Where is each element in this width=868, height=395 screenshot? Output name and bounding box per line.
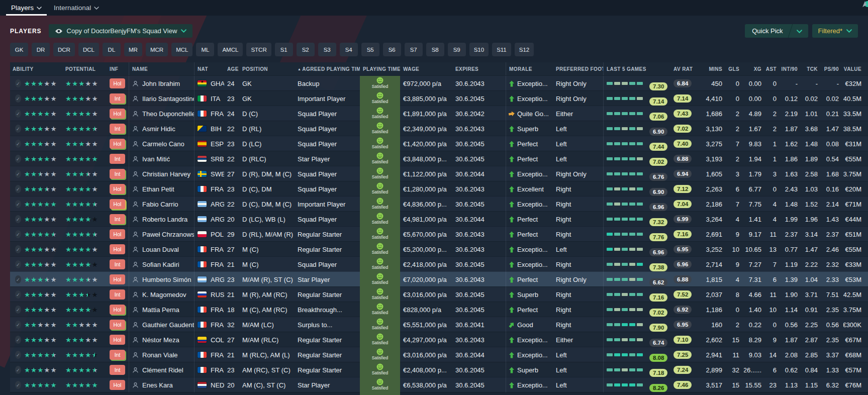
position-filter-dcl[interactable]: DCL (78, 43, 99, 56)
player-row[interactable]: ✓★★★★★★★★★★HolEnes KaraNED20AM (C), ST (… (10, 377, 868, 392)
info-badge[interactable]: Hol (107, 136, 129, 151)
squad-view-selector[interactable]: Copy of DoctorBenjyFM's Squad View (49, 24, 193, 38)
row-select-check-icon[interactable]: ✓ (10, 76, 21, 91)
column-header-av-rat[interactable]: AV RAT (670, 62, 700, 75)
column-header-potential[interactable]: POTENTIAL (62, 62, 107, 75)
player-name[interactable]: Gauthier Gaudenti (129, 317, 194, 332)
column-header-position[interactable]: POSITION (239, 62, 295, 75)
player-name[interactable]: Sofian Kadiri (129, 257, 194, 272)
column-header-tck[interactable]: TCK (802, 62, 822, 75)
row-select-check-icon[interactable]: ✓ (10, 121, 21, 136)
player-name[interactable]: Humberto Simón (129, 272, 194, 287)
row-select-check-icon[interactable]: ✓ (10, 317, 21, 332)
row-select-check-icon[interactable]: ✓ (10, 166, 21, 181)
position-filter-s11[interactable]: S11 (492, 43, 511, 56)
player-row[interactable]: ✓★★★★★★★★★★IntAsmir HidicBIH22D (RL)Squa… (10, 121, 868, 136)
position-filter-mcl[interactable]: MCL (171, 43, 192, 56)
column-header-expires[interactable]: EXPIRES (452, 62, 506, 75)
row-select-check-icon[interactable]: ✓ (10, 242, 21, 257)
column-header-last-5-games[interactable]: LAST 5 GAMES (603, 62, 670, 75)
quick-pick-button[interactable]: Quick Pick (745, 24, 808, 38)
position-filter-s4[interactable]: S4 (340, 43, 358, 56)
position-filter-ml[interactable]: ML (196, 43, 214, 56)
position-filter-amcl[interactable]: AMCL (218, 43, 243, 56)
player-name[interactable]: Clément Ridel (129, 362, 194, 377)
column-header-ability[interactable]: ABILITY (10, 62, 62, 75)
player-row[interactable]: ✓★★★★★★★★★★HolHumberto SimónARG23M/AM (R… (10, 271, 868, 286)
position-filter-dr[interactable]: DR (32, 43, 50, 56)
column-header-wage[interactable]: WAGE (400, 62, 452, 75)
info-badge[interactable]: Int (107, 166, 129, 181)
column-header-name[interactable]: NAME (129, 62, 194, 75)
position-filter-s8[interactable]: S8 (426, 43, 444, 56)
position-filter-dl[interactable]: DL (103, 43, 121, 56)
info-badge[interactable]: Hol (107, 332, 129, 347)
column-header-ast[interactable]: AST (766, 62, 781, 75)
player-name[interactable]: Christian Harvey (129, 166, 194, 181)
player-row[interactable]: ✓★★★★★★★★★★HolPaweł ChrzanowskiPOL29D (R… (10, 226, 868, 241)
info-badge[interactable]: Int (107, 362, 129, 377)
row-select-check-icon[interactable]: ✓ (10, 302, 21, 317)
column-header-age[interactable]: AGE (224, 62, 239, 75)
column-header-gls[interactable]: GLS (727, 62, 744, 75)
info-badge[interactable]: Hol (107, 106, 129, 121)
row-select-check-icon[interactable]: ✓ (10, 227, 21, 242)
info-badge[interactable]: Hol (107, 242, 129, 257)
player-row[interactable]: ✓★★★★★★★★★★HolEthan PetitFRA23D (C), DMS… (10, 181, 868, 196)
info-badge[interactable]: Hol (107, 317, 129, 332)
position-filter-gk[interactable]: GK (10, 43, 28, 56)
row-select-check-icon[interactable]: ✓ (10, 106, 21, 121)
info-badge[interactable]: Int (107, 287, 129, 302)
tab-international[interactable]: International (48, 0, 105, 16)
player-name[interactable]: Enes Kara (129, 377, 194, 392)
column-header-preferred-foot[interactable]: PREFERRED FOOT (553, 62, 603, 75)
player-row[interactable]: ✓★★★★★★★★★★IntClément RidelFRA23AM (RC),… (10, 362, 868, 377)
player-name[interactable]: Néstor Meza (129, 332, 194, 347)
position-filter-mr[interactable]: MR (124, 43, 142, 56)
column-header-mins[interactable]: MINS (700, 62, 727, 75)
info-badge[interactable]: Int (107, 91, 129, 106)
info-badge[interactable]: Hol (107, 196, 129, 212)
info-badge[interactable]: Hol (107, 302, 129, 317)
info-badge[interactable]: Int (107, 151, 129, 166)
column-header-xg[interactable]: XG (744, 62, 766, 75)
player-row[interactable]: ✓★★★★★★★★★★HolLouan DuvalFRA27M (C)Regul… (10, 241, 868, 256)
position-filter-s5[interactable]: S5 (361, 43, 379, 56)
player-name[interactable]: Asmir Hidic (129, 121, 194, 136)
column-header-kps90[interactable]: K PS/90 (822, 62, 843, 75)
info-badge[interactable]: Hol (107, 377, 129, 392)
row-select-check-icon[interactable]: ✓ (10, 377, 21, 392)
column-header-inf[interactable]: INF (107, 62, 129, 75)
player-row[interactable]: ✓★★★★★★★★★★HolMattia PernaFRA18M (C), AM… (10, 302, 868, 317)
player-row[interactable]: ✓★★★★★★★★★★IntIvan MitićSRB22D (RLC)Star… (10, 151, 868, 166)
row-select-check-icon[interactable]: ✓ (10, 362, 21, 377)
info-badge[interactable]: Hol (107, 181, 129, 196)
position-filter-s9[interactable]: S9 (448, 43, 466, 56)
info-badge[interactable]: Int (107, 347, 129, 362)
player-name[interactable]: Roberto Landra (129, 212, 194, 227)
player-name[interactable]: Louan Duval (129, 242, 194, 257)
player-row[interactable]: ✓★★★★★★★★★★IntSofian KadiriFRA21M (C)Squ… (10, 256, 868, 271)
position-filter-s6[interactable]: S6 (383, 43, 401, 56)
position-filter-s1[interactable]: S1 (275, 43, 293, 56)
player-name[interactable]: Ronan Viale (129, 347, 194, 362)
info-badge[interactable]: Hol (107, 272, 129, 287)
player-name[interactable]: John Ibrahim (129, 76, 194, 91)
row-select-check-icon[interactable]: ✓ (10, 136, 21, 151)
row-select-check-icon[interactable]: ✓ (10, 332, 21, 347)
position-filter-dcr[interactable]: DCR (53, 43, 75, 56)
column-header-nat[interactable]: NAT (194, 62, 224, 75)
quick-pick-dropdown[interactable] (791, 27, 808, 35)
row-select-check-icon[interactable]: ✓ (10, 287, 21, 302)
player-row[interactable]: ✓★★★★★★★★★★IntK. MagomedovRUS21M (R), AM… (10, 286, 868, 302)
position-filter-s7[interactable]: S7 (405, 43, 423, 56)
player-name[interactable]: Theo Duponchelle (129, 106, 194, 121)
player-name[interactable]: Ivan Mitić (129, 151, 194, 166)
filtered-button[interactable]: Filtered* (812, 24, 858, 38)
player-name[interactable]: Fabio Carrio (129, 196, 194, 212)
column-header-morale[interactable]: MORALE (506, 62, 553, 75)
player-name[interactable]: Mattia Perna (129, 302, 194, 317)
position-filter-stcr[interactable]: STCR (246, 43, 271, 56)
player-row[interactable]: ✓★★★★★★★★★★HolTheo DuponchelleFRA24D (C)… (10, 106, 868, 121)
column-header-playing-time[interactable]: PLAYING TIME (360, 62, 400, 75)
